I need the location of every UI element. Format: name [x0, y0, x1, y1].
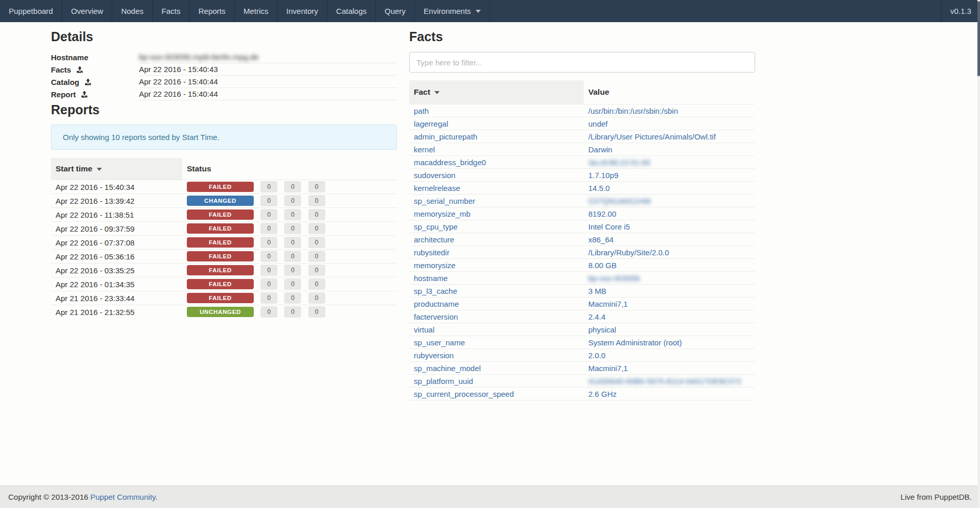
report-start-time: Apr 21 2016 - 23:33:44	[51, 291, 182, 305]
count-badge: 0	[260, 292, 277, 304]
nav-item-facts[interactable]: Facts	[153, 0, 190, 22]
nav-item-overview[interactable]: Overview	[62, 0, 113, 22]
count-badge: 0	[284, 251, 301, 262]
fact-value-link[interactable]: 8192.00	[588, 209, 616, 218]
fact-name-link[interactable]: sp_user_name	[414, 338, 465, 347]
reports-notice-alert: Only showing 10 reports sorted by Start …	[51, 125, 397, 150]
fact-value-link[interactable]: System Administrator (root)	[588, 338, 682, 347]
fact-name-link[interactable]: macaddress_bridge0	[414, 158, 486, 167]
fact-name-link[interactable]: admin_picturepath	[414, 132, 477, 141]
fact-value-link[interactable]: bp-osx-003056	[588, 274, 640, 283]
fact-name-link[interactable]: sp_l3_cache	[414, 287, 457, 295]
report-timestamp: Apr 22 2016 - 15:40:44	[139, 88, 397, 100]
nav-item-query[interactable]: Query	[376, 0, 415, 22]
fact-value-link[interactable]: /Library/Ruby/Site/2.0.0	[588, 248, 669, 257]
report-row[interactable]: Apr 21 2016 - 23:33:44 FAILED 0 0 0	[51, 291, 397, 305]
count-badge: 0	[260, 265, 277, 276]
fact-name-link[interactable]: facterversion	[414, 312, 458, 321]
report-row[interactable]: Apr 22 2016 - 11:38:51 FAILED 0 0 0	[51, 208, 397, 222]
fact-row: kernelrelease 14.5.0	[409, 182, 755, 195]
nav-item-metrics[interactable]: Metrics	[235, 0, 277, 22]
status-badge: FAILED	[187, 209, 254, 220]
fact-name-link[interactable]: kernel	[414, 145, 435, 154]
fact-value-link[interactable]: 14.5.0	[588, 184, 610, 192]
environments-label: Environments	[424, 7, 471, 15]
fact-name-link[interactable]: sp_platform_uuid	[414, 377, 473, 386]
report-row[interactable]: Apr 21 2016 - 21:32:55 UNCHANGED 0 0 0	[51, 305, 397, 319]
count-badge: 0	[308, 292, 325, 304]
count-badge: 0	[260, 195, 277, 206]
fact-value-link[interactable]: 8.00 GB	[588, 261, 617, 270]
upload-icon[interactable]	[84, 78, 92, 85]
nav-item-nodes[interactable]: Nodes	[112, 0, 152, 22]
fact-name-link[interactable]: productname	[414, 300, 459, 308]
fact-name-link[interactable]: virtual	[414, 325, 434, 334]
fact-value-link[interactable]: Darwin	[588, 145, 612, 154]
fact-value-link[interactable]: 3a:c9:86:22:01:00	[588, 158, 650, 167]
column-header-value[interactable]: Value	[584, 80, 755, 104]
fact-name-link[interactable]: memorysize	[414, 261, 456, 270]
navbar-brand[interactable]: Puppetboard	[0, 0, 62, 22]
fact-value-link[interactable]: C07QN1A6G1HW	[588, 197, 651, 205]
column-header-status[interactable]: Status	[182, 158, 397, 180]
upload-icon[interactable]	[81, 91, 88, 98]
fact-value-link[interactable]: x86_64	[588, 235, 614, 244]
fact-row: sp_l3_cache 3 MB	[409, 285, 755, 297]
fact-name-link[interactable]: sudoversion	[414, 171, 456, 180]
nav-item-catalogs[interactable]: Catalogs	[327, 0, 376, 22]
reports-title: Reports	[51, 102, 397, 117]
fact-value-link[interactable]: Macmini7,1	[588, 364, 628, 373]
report-row[interactable]: Apr 22 2016 - 15:40:34 FAILED 0 0 0	[51, 180, 397, 194]
fact-name-link[interactable]: sp_serial_number	[414, 197, 475, 205]
count-badge: 0	[260, 306, 277, 318]
nav-item-inventory[interactable]: Inventory	[277, 0, 327, 22]
fact-name-link[interactable]: rubysitedir	[414, 248, 449, 257]
fact-value-link[interactable]: undef	[588, 119, 608, 128]
report-row[interactable]: Apr 22 2016 - 01:34:35 FAILED 0 0 0	[51, 277, 397, 291]
fact-value-link[interactable]: 3 MB	[588, 287, 606, 295]
details-row-hostname: Hostname bp-osx-003056.mpib-berlin.mpg.d…	[51, 51, 397, 63]
facts-filter-input[interactable]	[409, 52, 755, 73]
fact-name-link[interactable]: lagerregal	[414, 119, 448, 128]
fact-row: hostname bp-osx-003056	[409, 272, 755, 285]
fact-value-link[interactable]: physical	[588, 325, 616, 334]
report-row[interactable]: Apr 22 2016 - 03:35:25 FAILED 0 0 0	[51, 264, 397, 277]
fact-value-link[interactable]: 2.6 GHz	[588, 390, 617, 398]
fact-value-link[interactable]: /Library/User Pictures/Animals/Owl.tif	[588, 132, 716, 141]
count-badge: 0	[284, 237, 301, 248]
fact-value-link[interactable]: 1.7.10p9	[588, 171, 618, 180]
fact-value-link[interactable]: /usr/bin:/bin:/usr/sbin:/sbin	[588, 107, 678, 115]
report-row[interactable]: Apr 22 2016 - 09:37:59 FAILED 0 0 0	[51, 222, 397, 236]
report-start-time: Apr 22 2016 - 07:37:08	[51, 236, 182, 250]
upload-icon[interactable]	[76, 66, 83, 73]
nav-item-reports[interactable]: Reports	[189, 0, 235, 22]
column-header-fact[interactable]: Fact	[409, 80, 584, 104]
facts-timestamp: Apr 22 2016 - 15:40:43	[139, 63, 397, 76]
report-row[interactable]: Apr 22 2016 - 05:36:16 FAILED 0 0 0	[51, 250, 397, 264]
count-badge: 0	[260, 209, 277, 220]
fact-value-link[interactable]: 2.0.0	[588, 351, 605, 360]
column-header-start-time[interactable]: Start time	[51, 158, 182, 180]
fact-value-link[interactable]: Macmini7,1	[588, 300, 628, 308]
report-row[interactable]: Apr 22 2016 - 07:37:08 FAILED 0 0 0	[51, 236, 397, 250]
fact-value-link[interactable]: 2.4.4	[588, 312, 605, 321]
report-row[interactable]: Apr 22 2016 - 13:39:42 CHANGED 0 0 0	[51, 194, 397, 208]
hostname-value: bp-osx-003056.mpib-berlin.mpg.de	[139, 52, 259, 61]
puppet-community-link[interactable]: Puppet Community	[91, 493, 155, 501]
fact-name-link[interactable]: memorysize_mb	[414, 209, 470, 218]
fact-value-link[interactable]: 41A00640-60B6-5975-8114-0A517DE9C072	[588, 377, 741, 386]
fact-name-link[interactable]: kernelrelease	[414, 184, 460, 192]
fact-name-link[interactable]: path	[414, 107, 429, 115]
fact-row: sudoversion 1.7.10p9	[409, 169, 755, 182]
fact-name-link[interactable]: sp_machine_model	[414, 364, 481, 373]
fact-value-link[interactable]: Intel Core i5	[588, 222, 630, 231]
right-column: Facts Fact Value path /usr/bin:/bin:/usr…	[409, 22, 755, 400]
fact-name-link[interactable]: sp_current_processor_speed	[414, 390, 514, 398]
scrollbar-track[interactable]	[977, 0, 980, 508]
fact-name-link[interactable]: hostname	[414, 274, 448, 283]
fact-name-link[interactable]: architecture	[414, 235, 454, 244]
fact-name-link[interactable]: rubyversion	[414, 351, 454, 360]
nav-dropdown-environments[interactable]: Environments	[415, 0, 490, 22]
fact-name-link[interactable]: sp_cpu_type	[414, 222, 458, 231]
scrollbar-thumb[interactable]	[977, 1, 980, 76]
